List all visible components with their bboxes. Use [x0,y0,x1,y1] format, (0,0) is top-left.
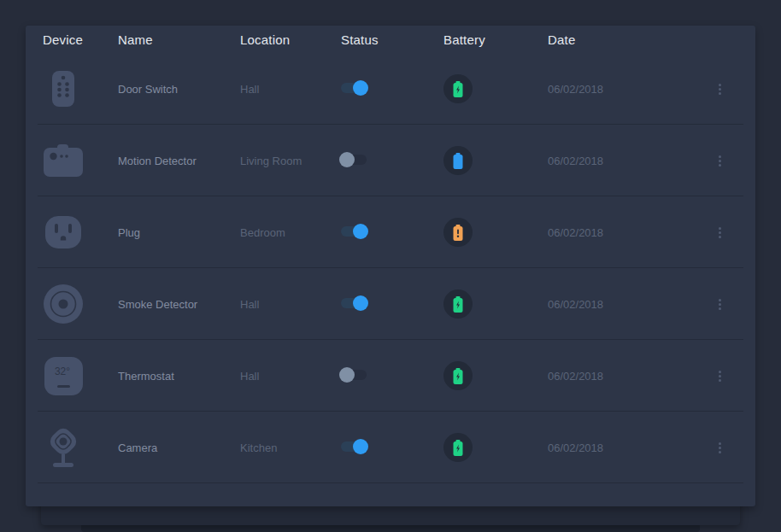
column-header-battery: Battery [443,32,548,47]
device-date: 06/02/2018 [548,298,701,311]
toggle-knob [353,295,368,311]
power-outlet-icon [43,208,84,257]
row-menu-button[interactable] [715,295,725,313]
device-location: Bedroom [240,226,341,239]
svg-text:32°: 32° [54,365,69,377]
status-toggle[interactable] [341,226,367,237]
camera-icon [43,423,84,472]
device-date: 06/02/2018 [548,83,701,96]
battery-charging-icon [443,289,473,319]
smart-home-devices-page: Device Name Location Status Battery Date… [0,0,781,532]
row-menu-button[interactable] [715,224,725,242]
device-location: Hall [240,370,341,383]
device-date: 06/02/2018 [548,155,701,167]
status-toggle[interactable] [341,370,367,380]
row-menu-button[interactable] [715,439,725,457]
column-header-device: Device [26,32,118,47]
device-location: Hall [240,298,341,311]
toggle-knob [353,224,368,239]
table-body: Door Switch Hall 06/02/2018 Motion Detec… [26,53,755,483]
device-table-panel: Device Name Location Status Battery Date… [26,26,755,506]
status-toggle[interactable] [341,83,367,93]
row-menu-button[interactable] [715,152,725,170]
device-name: Door Switch [118,83,240,96]
row-menu-button[interactable] [715,80,725,98]
device-location: Hall [240,83,341,96]
battery-charging-icon [443,361,473,390]
device-name: Motion Detector [118,155,240,167]
battery-low-icon [443,218,473,247]
status-toggle[interactable] [341,155,367,165]
status-toggle[interactable] [341,298,367,308]
thermostat-icon: 32° [43,351,84,400]
device-name: Smoke Detector [118,298,240,311]
table-row: Camera Kitchen 06/02/2018 [26,412,755,483]
column-header-name: Name [118,32,240,47]
toggle-knob [353,439,368,454]
table-row: Motion Detector Living Room 06/02/2018 [26,125,755,196]
toggle-knob [353,80,368,96]
column-header-date: Date [548,32,701,47]
battery-full-icon [443,146,473,175]
device-date: 06/02/2018 [548,441,701,454]
table-header: Device Name Location Status Battery Date [26,26,755,53]
smoke-detector-icon [43,279,84,329]
device-name: Plug [118,226,240,239]
row-menu-button[interactable] [715,367,725,385]
status-toggle[interactable] [341,441,367,452]
device-date: 06/02/2018 [548,226,701,239]
table-row: Door Switch Hall 06/02/2018 [26,53,755,125]
device-location: Living Room [240,155,341,167]
column-header-location: Location [240,32,341,47]
device-date: 06/02/2018 [548,370,701,383]
motion-detector-icon [43,136,84,185]
table-row: Plug Bedroom 06/02/2018 [26,196,755,268]
table-row: 32° Thermostat Hall 06/02/2018 [26,340,755,412]
device-name: Thermostat [118,370,240,383]
toggle-knob [339,367,355,383]
toggle-knob [339,152,355,167]
column-header-status: Status [341,32,443,47]
battery-charging-icon [443,433,473,462]
device-name: Camera [118,441,240,454]
device-location: Kitchen [240,441,341,454]
battery-charging-icon [443,74,473,103]
remote-control-icon [43,64,84,114]
table-row: Smoke Detector Hall 06/02/2018 [26,268,755,340]
